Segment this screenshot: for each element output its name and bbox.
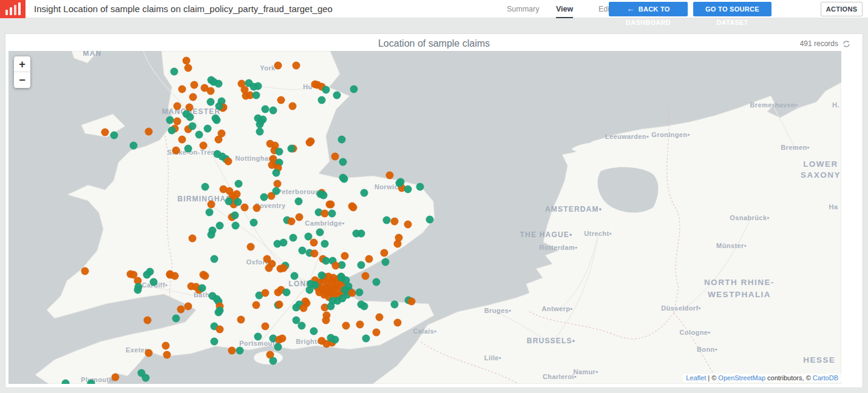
claim-point bbox=[216, 222, 224, 230]
claim-point bbox=[300, 304, 308, 312]
map-city-label: BRUSSELS• bbox=[527, 337, 575, 345]
claim-point bbox=[183, 57, 191, 65]
top-header: Insight Location of sample claims on cla… bbox=[0, 0, 868, 18]
claim-point bbox=[382, 258, 390, 266]
map-region-label: NORTH RHINE- bbox=[704, 278, 775, 287]
chart-title: Location of sample claims bbox=[5, 38, 863, 49]
claim-point bbox=[235, 180, 243, 188]
claim-point bbox=[225, 158, 232, 166]
claim-point bbox=[276, 301, 283, 309]
claim-point bbox=[295, 198, 303, 206]
map-city-label: Bremerhaven• bbox=[750, 101, 798, 109]
map-city-label: Hu bbox=[303, 83, 312, 90]
claim-point bbox=[291, 272, 299, 280]
actions-button[interactable]: ACTIONS bbox=[821, 2, 863, 16]
claim-point bbox=[186, 113, 194, 121]
claim-point bbox=[174, 102, 181, 110]
zoom-in-button[interactable]: + bbox=[14, 56, 30, 72]
claim-point bbox=[150, 278, 158, 286]
leaflet-link[interactable]: Leaflet bbox=[686, 374, 706, 381]
claim-point bbox=[178, 86, 186, 93]
claim-point bbox=[171, 272, 179, 280]
claim-point bbox=[253, 204, 261, 212]
claim-point bbox=[365, 255, 373, 263]
claim-point bbox=[130, 142, 138, 150]
claim-point bbox=[254, 82, 262, 90]
map-city-label: Leeuwarden• bbox=[605, 133, 649, 140]
page-title: Insight Location of sample claims on cla… bbox=[34, 4, 333, 14]
claim-point bbox=[339, 158, 347, 166]
claims-map[interactable]: LOWERSAXONYNORTH RHINE-WESTPHALIAHESSEMA… bbox=[8, 51, 841, 384]
claim-point bbox=[253, 92, 260, 99]
claim-point bbox=[172, 315, 180, 323]
claim-point bbox=[327, 201, 335, 209]
zoom-out-button[interactable]: − bbox=[14, 72, 30, 88]
claim-point bbox=[145, 349, 153, 357]
map-region-label: LOWER bbox=[803, 160, 838, 169]
claim-point bbox=[232, 222, 240, 230]
map-city-label: Groningen• bbox=[651, 131, 690, 138]
map-city-label: Rotterdam• bbox=[540, 244, 578, 251]
claim-point bbox=[215, 309, 223, 317]
map-city-label: Charleroi• bbox=[543, 373, 577, 380]
claim-point bbox=[274, 62, 282, 70]
claim-point bbox=[195, 131, 203, 139]
claim-point bbox=[110, 132, 118, 139]
map-city-label: THE HAGUE• bbox=[520, 230, 573, 239]
claim-point bbox=[163, 351, 171, 359]
claim-point bbox=[394, 240, 402, 248]
claim-point bbox=[207, 87, 215, 95]
claim-point bbox=[318, 96, 326, 104]
claim-point bbox=[185, 303, 192, 311]
go-to-source-dataset-button[interactable]: GO TO SOURCE DATASET bbox=[693, 2, 771, 16]
claim-point bbox=[373, 278, 381, 286]
claim-point bbox=[112, 374, 120, 381]
claim-point bbox=[189, 123, 197, 130]
claim-point bbox=[144, 317, 152, 324]
map-city-label: Cambridge• bbox=[305, 220, 344, 227]
claim-point bbox=[174, 118, 181, 126]
claim-point bbox=[202, 272, 209, 280]
claim-point bbox=[350, 86, 358, 93]
claim-point bbox=[279, 335, 287, 343]
claim-point bbox=[280, 264, 288, 272]
claim-point bbox=[208, 231, 215, 239]
claim-point bbox=[273, 187, 280, 195]
insight-panel: Location of sample claims 491 records LO… bbox=[5, 33, 863, 388]
claim-point bbox=[288, 145, 296, 153]
claim-point bbox=[215, 102, 223, 110]
claim-point bbox=[316, 289, 324, 297]
claim-point bbox=[276, 148, 283, 156]
claim-point bbox=[166, 116, 174, 124]
cartodb-link[interactable]: CartoDB bbox=[813, 374, 838, 381]
claim-point bbox=[215, 80, 223, 88]
claim-point bbox=[341, 175, 348, 183]
claim-point bbox=[259, 116, 267, 124]
claim-point bbox=[350, 204, 358, 212]
claim-point bbox=[288, 218, 296, 226]
claim-point bbox=[177, 306, 185, 314]
claim-point bbox=[416, 183, 424, 191]
map-city-label: Bonn• bbox=[697, 346, 717, 353]
claim-point bbox=[270, 107, 277, 115]
claim-point bbox=[273, 169, 280, 177]
claim-point bbox=[404, 186, 412, 193]
tab-summary[interactable]: Summary bbox=[507, 0, 539, 18]
tab-view[interactable]: View bbox=[556, 0, 573, 18]
map-city-label: Bruges• bbox=[484, 307, 512, 314]
back-to-dashboard-button[interactable]: ←BACK TO DASHBOARD bbox=[609, 2, 688, 16]
map-city-label: Exeter bbox=[126, 346, 147, 354]
claim-point bbox=[262, 289, 270, 297]
claim-point bbox=[207, 98, 215, 106]
claim-point bbox=[241, 204, 249, 212]
records-count: 491 records bbox=[800, 39, 850, 48]
map-city-label: Calais• bbox=[413, 328, 436, 335]
claim-point bbox=[253, 301, 260, 309]
refresh-icon[interactable] bbox=[843, 40, 850, 48]
claim-point bbox=[200, 142, 208, 150]
claim-point bbox=[216, 326, 224, 334]
openstreetmap-link[interactable]: OpenStreetMap bbox=[718, 374, 765, 381]
claim-point bbox=[293, 62, 300, 70]
claim-point bbox=[328, 289, 336, 297]
claim-point bbox=[81, 267, 89, 275]
